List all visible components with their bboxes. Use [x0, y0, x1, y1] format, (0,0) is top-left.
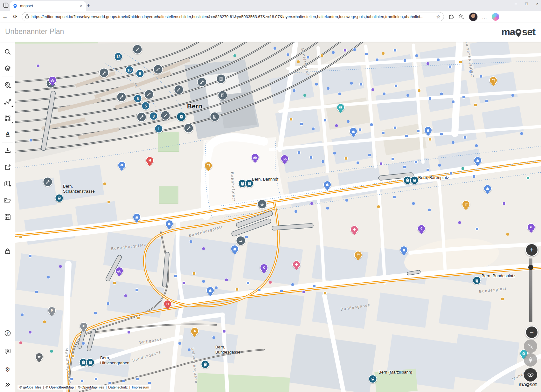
stop-icon-tram[interactable] — [201, 360, 210, 369]
attribution-link[interactable]: Datenschutz — [108, 385, 128, 389]
poi-pin-fork[interactable] — [204, 162, 212, 170]
poi-pin-mail[interactable] — [118, 161, 126, 169]
poi-pin-h[interactable]: H — [163, 300, 172, 308]
tool-open-folder[interactable] — [0, 194, 15, 207]
new-tab-button[interactable]: + — [85, 2, 92, 9]
poi-pin-bag[interactable] — [231, 245, 239, 253]
poi-pin-bag[interactable] — [400, 246, 408, 254]
poi-dot — [527, 177, 529, 179]
poi-pin-euro[interactable]: € — [527, 223, 535, 231]
platform-number: 1 — [155, 125, 163, 133]
poi-pin-cross[interactable] — [350, 225, 358, 234]
stop-label[interactable]: Bern, Bahnhof — [252, 177, 278, 182]
extensions-icon[interactable] — [448, 13, 454, 20]
attribution-link[interactable]: © OpenMapTiles — [78, 385, 104, 389]
tool-feedback[interactable] — [0, 345, 15, 358]
tool-select-shape[interactable] — [0, 112, 15, 125]
stop-icon-funicular[interactable] — [369, 375, 377, 383]
poi-dot — [307, 56, 309, 58]
poi-pin-euro[interactable]: € — [80, 322, 88, 330]
poi-pin-fork[interactable] — [489, 76, 497, 85]
stop-label[interactable]: Bern, Bundesplatz — [482, 273, 515, 279]
browser-menu-icon[interactable]: ... — [482, 14, 487, 19]
stop-label[interactable]: Bern,Schanzenstrasse — [63, 184, 95, 194]
poi-pin-fork[interactable] — [354, 251, 362, 259]
tool-text[interactable]: A — [0, 128, 15, 141]
tool-download[interactable] — [0, 144, 15, 157]
poi-pin-bag[interactable] — [349, 127, 357, 135]
poi-pin-fork[interactable] — [462, 200, 470, 209]
poi-pin-bag[interactable] — [483, 184, 492, 193]
tool-add-point[interactable] — [0, 79, 15, 92]
poi-pin-bike[interactable] — [115, 267, 123, 275]
site-security-icon[interactable] — [25, 14, 29, 20]
stop-icon-train[interactable] — [177, 112, 186, 122]
stop-label[interactable]: Bern (Marzilibahn) — [378, 370, 412, 375]
zoom-out-button[interactable]: − — [525, 326, 538, 339]
poi-pin-p[interactable]: P — [48, 306, 56, 315]
favorite-star-icon[interactable]: ☆ — [436, 14, 440, 20]
poi-pin-euro[interactable]: € — [417, 224, 426, 233]
browser-tab[interactable]: mapset × — [10, 1, 86, 11]
poi-dot — [108, 201, 110, 203]
address-bar[interactable]: https://editor.mapset.io/?baselayer=worl… — [22, 12, 444, 21]
exit-fullscreen-button[interactable] — [524, 340, 537, 353]
poi-pin-bike[interactable] — [281, 155, 289, 163]
tab-close-icon[interactable]: × — [78, 4, 83, 9]
stop-label[interactable]: Bern,Bundesgasse — [215, 345, 240, 355]
tool-draw-line[interactable] — [0, 95, 15, 108]
station-esc-icon — [174, 85, 184, 95]
compass-control[interactable] — [524, 353, 537, 367]
copilot-icon[interactable] — [492, 13, 499, 21]
poi-pin-bag[interactable] — [206, 286, 214, 295]
map-canvas[interactable]: GenfergasseWaisenhausplatzBahnhofplatzBu… — [15, 42, 541, 392]
zoom-in-button[interactable]: + — [525, 243, 538, 257]
poi-pin-bike[interactable] — [251, 153, 259, 162]
poi-pin-bag[interactable] — [165, 220, 173, 228]
tool-layers[interactable] — [0, 62, 15, 75]
window-maximize-button[interactable]: □ — [525, 1, 528, 6]
plan-title-input[interactable] — [4, 27, 165, 36]
poi-pin-euro[interactable]: € — [260, 264, 268, 272]
toggle-visibility-button[interactable] — [524, 368, 537, 382]
collections-icon[interactable] — [459, 13, 464, 20]
poi-pin-dot[interactable] — [191, 327, 199, 335]
stop-label[interactable]: Bern,Hirschengraben — [100, 355, 129, 366]
tool-add-map[interactable] — [0, 177, 15, 190]
poi-pin-bag[interactable] — [323, 181, 331, 189]
stop-icon-bus[interactable] — [86, 358, 95, 367]
tool-settings[interactable]: ⚙ — [0, 363, 15, 376]
profile-avatar[interactable] — [469, 12, 478, 21]
tool-expand[interactable] — [0, 378, 15, 391]
poi-pin-bag[interactable] — [424, 126, 432, 134]
poi-pin-school[interactable] — [35, 353, 43, 361]
tab-workspaces-icon[interactable] — [3, 3, 9, 9]
tool-share[interactable] — [0, 161, 15, 174]
stop-label[interactable]: Bern, Bärenplatz — [418, 175, 449, 180]
poi-pin-bike[interactable] — [48, 76, 57, 84]
poi-pin-h[interactable]: H — [146, 156, 154, 165]
poi-dot — [403, 166, 406, 168]
back-button[interactable]: ← — [0, 14, 10, 20]
attribution-link[interactable]: © OpenStreetMap — [45, 385, 74, 389]
tool-lock[interactable] — [0, 245, 15, 258]
poi-pin-book[interactable] — [336, 103, 345, 112]
tool-search[interactable] — [0, 45, 15, 58]
stop-icon-bus[interactable] — [410, 176, 419, 185]
poi-pin-cross[interactable] — [292, 260, 301, 269]
url-text[interactable]: https://editor.mapset.io/?baselayer=worl… — [31, 15, 434, 19]
stop-icon-bus[interactable] — [473, 276, 481, 285]
tool-save[interactable] — [0, 210, 15, 223]
reload-button[interactable]: ⟳ — [10, 13, 20, 20]
tool-help[interactable]: ? — [0, 327, 15, 340]
window-minimize-button[interactable]: – — [515, 1, 517, 6]
window-close-button[interactable]: × — [536, 1, 538, 6]
poi-dot — [357, 162, 359, 164]
attribution-link[interactable]: © geOps Tiles — [19, 385, 41, 389]
zoom-slider-handle[interactable] — [528, 265, 533, 270]
street-label: Bubenbergplatz — [111, 242, 147, 251]
poi-pin-bag[interactable] — [133, 213, 141, 221]
poi-pin-bag[interactable] — [474, 156, 482, 165]
attribution-link[interactable]: Impressum — [132, 385, 149, 389]
stop-icon-bus[interactable] — [55, 194, 64, 203]
